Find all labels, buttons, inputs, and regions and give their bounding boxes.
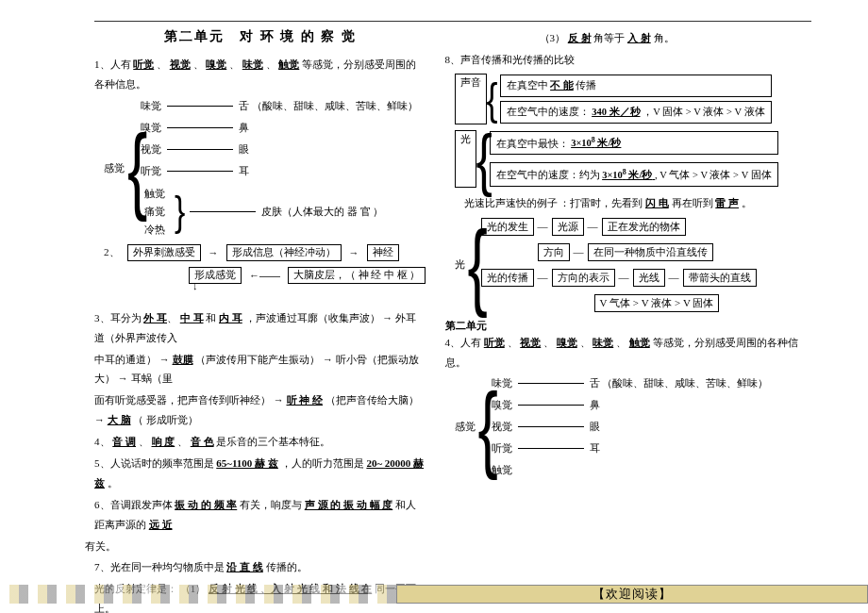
u: 3×108 米/秒: [602, 170, 655, 180]
sense-smell: 嗅觉: [206, 58, 226, 70]
r: 耳: [590, 441, 600, 456]
sound-compare: 声音 { 在真空中 不 能 传播 在空气中的速度： 340 米／秒 ，V 固体 …: [455, 74, 812, 124]
t: 在真空中: [507, 80, 548, 91]
p3: 3、耳分为 外 耳、 中 耳 和 内 耳 ，声波通过耳廓（收集声波） → 外耳道…: [94, 308, 426, 348]
sound-vacuum: 在真空中 不 能 传播: [500, 75, 772, 97]
t: ，V 固体 > V 液体 > V 液体: [643, 107, 764, 117]
sense-row-taste: 味觉 舌 （酸味、甜味、咸味、苦味、鲜味）: [141, 99, 418, 113]
p1-prefix: 1、人有: [94, 58, 131, 70]
t: 光速比声速快的例子 ：打雷时，先看到: [464, 197, 643, 208]
t: 耳蜗（里: [131, 373, 173, 384]
n: 7、光在同一种均匀物质中是: [94, 561, 225, 572]
t: 传播: [576, 80, 596, 91]
u: 音 色: [191, 436, 214, 447]
example: 光速比声速快的例子 ：打雷时，先看到 闪 电 再在听到 雷 声 。: [464, 193, 812, 213]
b: 方向: [538, 243, 570, 261]
n: 5、人说话时的频率范围是: [94, 457, 214, 469]
t: （把声音传给大脑）: [326, 394, 419, 406]
sense-row: 嗅觉 鼻: [492, 398, 769, 412]
p1: 1、人有 听觉 、 视觉 、 嗅觉 、 味觉 、 触觉 等感觉，分别感受周围的各…: [94, 55, 426, 94]
u: 听 神 经: [287, 394, 324, 406]
i: 冷热: [144, 223, 165, 237]
u: 中 耳: [180, 312, 204, 323]
line-icon: [518, 405, 584, 406]
line-icon: [167, 171, 233, 172]
t: 有关，响度与: [240, 499, 302, 510]
v: 3×10: [571, 138, 592, 148]
sense-row-group: 触觉 痛觉 冷热 } 皮肤（人体最大的 器 官 ）: [141, 186, 418, 238]
right-column: （3） 反 射 角等于 入 射 角。 8、声音传播和光传播的比较 声音 { 在真…: [445, 28, 812, 613]
footer: 【欢迎阅读】: [0, 585, 868, 604]
r: 眼: [590, 420, 600, 434]
row-propagate: 光的传播— 方向的表示— 光线— 带箭头的直线: [481, 269, 757, 287]
s: 味觉: [593, 337, 613, 348]
footer-stripes-icon: [0, 585, 396, 604]
brace-icon: {: [468, 188, 477, 341]
t: 角。: [654, 32, 675, 43]
t: 是乐音的三个基本特征。: [216, 436, 330, 447]
arrow-icon: →: [209, 247, 219, 258]
p2-flow-2: 形成感觉 ←—— 大脑皮层，（ 神 经 中 枢 ） ↓: [189, 267, 426, 303]
t: ，声波通过耳廓（收集声波）: [245, 312, 380, 323]
sound-label: 声音: [455, 74, 487, 124]
box-cortex: 大脑皮层，（ 神 经 中 枢 ）: [288, 267, 426, 284]
t: 在空气中的速度：约为: [496, 170, 600, 180]
p5: 5、人说话时的频率范围是 65~1100 赫 兹 ，人的听力范围是 20~ 20…: [94, 454, 426, 493]
b: 方向的表示: [552, 269, 615, 287]
arrow-icon: →: [118, 373, 128, 384]
v: 3×10: [602, 170, 623, 180]
t: 面有听觉感受器，把声音传到听神经）: [94, 394, 271, 406]
b: 光源: [552, 218, 584, 236]
left-column: 第二单元 对 环 境 的 察 觉 1、人有 听觉 、 视觉 、 嗅觉 、 味觉 …: [94, 28, 426, 613]
unit: 米/秒: [595, 138, 622, 148]
unit: 米/秒: [626, 170, 653, 180]
arrow-down-icon: ↓: [192, 280, 198, 291]
n: 4、: [94, 436, 110, 447]
b: V 气体 > V 液体 > V 固体: [594, 294, 720, 312]
u: 沿 直 线: [226, 561, 263, 572]
line-icon: [167, 149, 233, 150]
u: 外 耳: [143, 312, 167, 323]
u: 340 米／秒: [592, 107, 640, 117]
num: 2、: [104, 245, 120, 259]
t: 在真空中最快：: [496, 138, 569, 148]
t: 传播的。: [266, 561, 308, 572]
b: 在同一种物质中沿直线传: [588, 243, 713, 261]
sense-row: 味觉 舌 （酸味、甜味、咸味、苦味、鲜味）: [492, 376, 769, 390]
p4: 4、 音 调 、 响 度 、 音 色 是乐音的三个基本特征。: [94, 432, 426, 452]
brace-icon: {: [478, 345, 488, 509]
t: 。: [742, 197, 752, 208]
t: 中耳的通道）: [94, 354, 157, 365]
u: 大 脑: [108, 414, 131, 425]
r: 眼: [239, 142, 249, 157]
p7: 7、光在同一种均匀物质中是 沿 直 线 传播的。: [94, 557, 426, 577]
b: 光的传播: [481, 269, 534, 287]
s: 触觉: [629, 337, 650, 348]
light-vacuum: 在真空中最快： 3×108 米/秒: [490, 131, 778, 156]
row-emit: 光的发生— 光源— 正在发光的物体: [481, 218, 757, 236]
s: 视觉: [520, 337, 541, 348]
l: 味觉: [141, 99, 161, 113]
light-diag-label: 光: [455, 217, 468, 313]
brace-icon: {: [476, 119, 486, 199]
arrow-icon: →: [94, 414, 105, 425]
sense-row-hearing: 听觉 耳: [141, 164, 418, 178]
u: 反 射: [568, 32, 592, 43]
line-icon: [167, 127, 233, 128]
arrow-icon: →: [382, 312, 392, 323]
line-icon: [518, 426, 584, 427]
sense-row: 视觉 眼: [492, 420, 769, 434]
u: 不 能: [550, 80, 574, 91]
u: 振 动 的 频 率: [175, 499, 237, 510]
sense-diagram: 感觉 { 味觉 舌 （酸味、甜味、咸味、苦味、鲜味） 嗅觉 鼻 视觉 眼: [104, 98, 426, 239]
unit-title: 第二单元 对 环 境 的 察 觉: [94, 28, 426, 45]
r: 耳: [239, 164, 249, 178]
b: 正在发光的物体: [602, 218, 686, 236]
sound-air: 在空气中的速度： 340 米／秒 ，V 固体 > V 液体 > V 液体: [500, 101, 772, 124]
light-label: 光: [455, 130, 476, 188]
n: （3）: [540, 32, 566, 43]
t: ，人的听力范围是: [281, 457, 364, 469]
r: 鼻: [239, 121, 249, 135]
light-items: 在真空中最快： 3×108 米/秒 在空气中的速度：约为 3×108 米/秒 ,…: [486, 130, 782, 188]
arrow-icon: →: [159, 354, 170, 365]
